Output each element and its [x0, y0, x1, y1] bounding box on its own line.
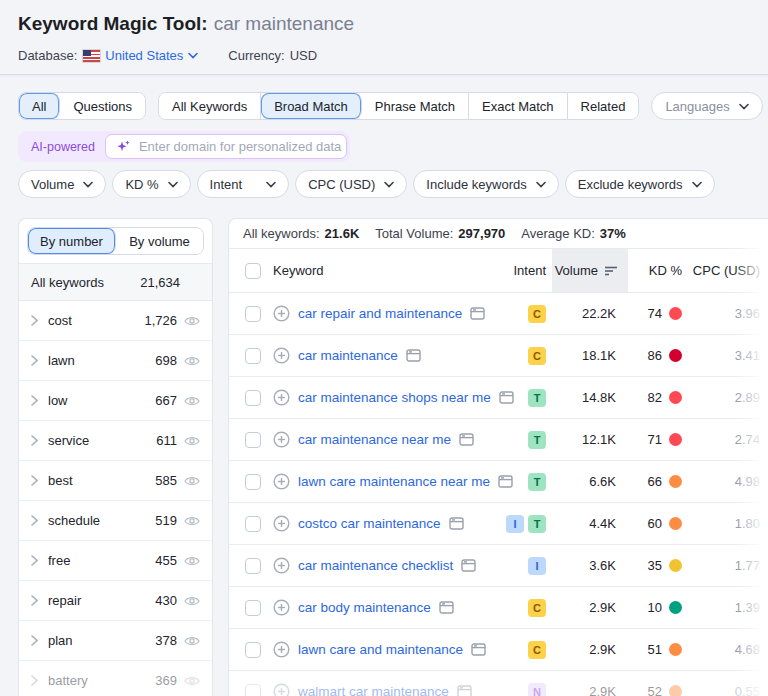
row-checkbox[interactable]	[245, 600, 261, 616]
cpc-cell: 3.41	[688, 348, 768, 363]
tab-phrase-match[interactable]: Phrase Match	[362, 93, 469, 119]
sidebar-group-low[interactable]: low667	[19, 381, 212, 421]
row-checkbox[interactable]	[245, 390, 261, 406]
kd-value: 66	[648, 474, 662, 489]
eye-icon[interactable]	[184, 555, 200, 567]
volume-cell: 6.6K	[552, 474, 628, 489]
cpc-cell: 4.68	[688, 642, 768, 657]
add-keyword-icon[interactable]	[273, 473, 290, 490]
tab-broad-match[interactable]: Broad Match	[261, 93, 362, 119]
cpc-cell: 1.80	[688, 516, 768, 531]
filter-cpc-usd-dropdown[interactable]: CPC (USD)	[295, 170, 407, 198]
eye-icon[interactable]	[184, 435, 200, 447]
row-checkbox[interactable]	[245, 642, 261, 658]
header-cpc-cell[interactable]: CPC (USD)	[688, 263, 768, 278]
keyword-link[interactable]: car maintenance checklist	[298, 558, 453, 573]
sidebar-group-schedule[interactable]: schedule519	[19, 501, 212, 541]
serp-preview-icon[interactable]	[470, 307, 485, 320]
sidebar-group-service[interactable]: service611	[19, 421, 212, 461]
serp-preview-icon[interactable]	[406, 349, 421, 362]
filter-intent-dropdown[interactable]: Intent	[197, 170, 290, 198]
tab-related[interactable]: Related	[568, 93, 639, 119]
database-value: United States	[105, 48, 183, 63]
keywords-table-panel: All keywords:21.6K Total Volume:297,970 …	[228, 218, 768, 696]
sort-groups-by-volume[interactable]: By volume	[116, 228, 203, 254]
row-checkbox[interactable]	[245, 348, 261, 364]
sidebar-group-battery[interactable]: battery369	[19, 661, 212, 696]
kd-value: 74	[648, 306, 662, 321]
tab-all-keywords[interactable]: All Keywords	[159, 93, 261, 119]
keyword-link[interactable]: car repair and maintenance	[298, 306, 462, 321]
group-count: 455	[155, 553, 177, 568]
filter-exclude-keywords-dropdown[interactable]: Exclude keywords	[565, 170, 715, 198]
serp-preview-icon[interactable]	[471, 643, 486, 656]
sidebar-group-lawn[interactable]: lawn698	[19, 341, 212, 381]
keyword-link[interactable]: lawn care and maintenance	[298, 642, 463, 657]
tab-all[interactable]: All	[19, 93, 60, 119]
sort-groups-by-number[interactable]: By number	[28, 228, 116, 254]
serp-preview-icon[interactable]	[449, 517, 464, 530]
add-keyword-icon[interactable]	[273, 305, 290, 322]
filter-include-keywords-dropdown[interactable]: Include keywords	[413, 170, 558, 198]
add-keyword-icon[interactable]	[273, 641, 290, 658]
kd-difficulty-dot	[669, 391, 682, 404]
row-checkbox[interactable]	[245, 558, 261, 574]
keyword-link[interactable]: car maintenance near me	[298, 432, 451, 447]
filter-kd-dropdown[interactable]: KD %	[112, 170, 190, 198]
sidebar-group-cost[interactable]: cost1,726	[19, 301, 212, 341]
add-keyword-icon[interactable]	[273, 431, 290, 448]
sidebar-group-repair[interactable]: repair430	[19, 581, 212, 621]
eye-icon[interactable]	[184, 395, 200, 407]
row-checkbox[interactable]	[245, 306, 261, 322]
domain-input[interactable]: Enter domain for personalized data	[105, 134, 347, 159]
tab-exact-match[interactable]: Exact Match	[469, 93, 568, 119]
header-volume-cell[interactable]: Volume	[552, 249, 628, 292]
row-checkbox[interactable]	[245, 432, 261, 448]
all-keywords-row[interactable]: All keywords 21,634	[19, 263, 212, 301]
eye-icon[interactable]	[184, 595, 200, 607]
tab-questions[interactable]: Questions	[60, 93, 145, 119]
serp-preview-icon[interactable]	[459, 433, 474, 446]
filter-volume-dropdown[interactable]: Volume	[18, 170, 106, 198]
kd-cell: 60	[628, 516, 688, 531]
keyword-link[interactable]: lawn care maintenance near me	[298, 474, 490, 489]
sidebar-group-free[interactable]: free455	[19, 541, 212, 581]
serp-preview-icon[interactable]	[461, 559, 476, 572]
add-keyword-icon[interactable]	[273, 557, 290, 574]
keyword-link[interactable]: car maintenance	[298, 348, 398, 363]
languages-dropdown[interactable]: Languages	[651, 92, 762, 120]
eye-icon[interactable]	[184, 315, 200, 327]
row-checkbox[interactable]	[245, 684, 261, 696]
database-selector[interactable]: United States	[83, 48, 198, 63]
group-count: 519	[155, 513, 177, 528]
header-checkbox-cell	[229, 263, 273, 279]
row-checkbox[interactable]	[245, 516, 261, 532]
keyword-link[interactable]: walmart car maintenance	[298, 684, 449, 696]
eye-icon[interactable]	[184, 635, 200, 647]
add-keyword-icon[interactable]	[273, 389, 290, 406]
summary-total-volume-value: 297,970	[458, 226, 505, 241]
keyword-link[interactable]: costco car maintenance	[298, 516, 441, 531]
select-all-checkbox[interactable]	[245, 263, 261, 279]
sidebar-group-best[interactable]: best585	[19, 461, 212, 501]
eye-icon[interactable]	[184, 355, 200, 367]
sidebar-group-plan[interactable]: plan378	[19, 621, 212, 661]
add-keyword-icon[interactable]	[273, 515, 290, 532]
summary-average-kd: Average KD:37%	[521, 226, 626, 241]
eye-icon[interactable]	[184, 475, 200, 487]
chevron-down-icon	[692, 181, 702, 188]
header-kd-cell[interactable]: KD %	[628, 263, 688, 278]
cpc-cell: 2.74	[688, 432, 768, 447]
eye-icon[interactable]	[184, 675, 200, 687]
add-keyword-icon[interactable]	[273, 683, 290, 696]
serp-preview-icon[interactable]	[457, 685, 472, 696]
kd-difficulty-dot	[669, 307, 682, 320]
add-keyword-icon[interactable]	[273, 347, 290, 364]
eye-icon[interactable]	[184, 515, 200, 527]
keyword-link[interactable]: car body maintenance	[298, 600, 431, 615]
group-sort-toggle: By numberBy volume	[27, 227, 204, 255]
keyword-link[interactable]: car maintenance shops near me	[298, 390, 491, 405]
row-checkbox[interactable]	[245, 474, 261, 490]
serp-preview-icon[interactable]	[439, 601, 454, 614]
add-keyword-icon[interactable]	[273, 599, 290, 616]
